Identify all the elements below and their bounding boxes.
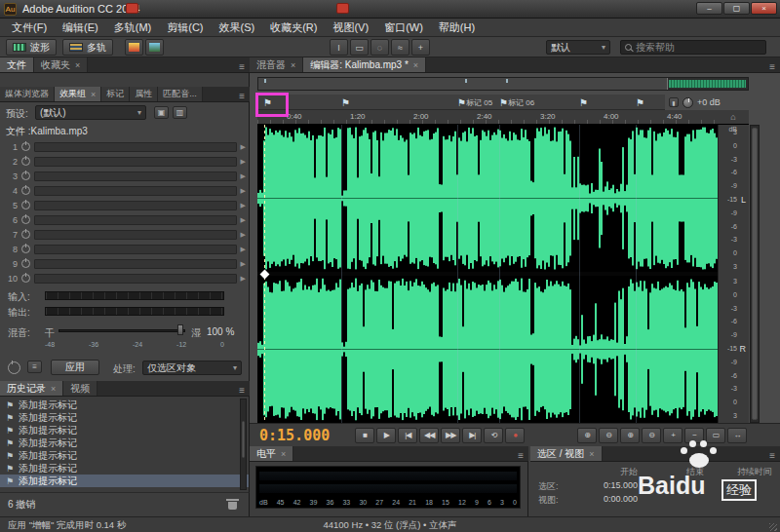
paintbrush-selection-tool[interactable]: ≈ xyxy=(391,39,410,56)
marker-flag[interactable]: ⚑ xyxy=(579,97,588,108)
panel-menu-icon[interactable]: ≡ xyxy=(764,61,780,72)
power-icon[interactable] xyxy=(21,142,30,151)
lasso-selection-tool[interactable]: ◌ xyxy=(370,39,389,56)
history-entry[interactable]: ⚑添加提示标记 xyxy=(0,411,249,424)
play-button[interactable]: ▶ xyxy=(376,428,396,443)
effects-rack-slot[interactable]: 3▶ xyxy=(0,169,250,183)
tab-selection-view[interactable]: 选区 / 视图× xyxy=(530,446,603,461)
power-icon[interactable] xyxy=(21,171,30,180)
stop-button[interactable]: ■ xyxy=(355,428,374,443)
hud-meter-icon[interactable]: ▮ xyxy=(669,97,679,107)
overview-navigator[interactable] xyxy=(257,77,749,91)
slot-field[interactable] xyxy=(34,245,237,254)
history-entry[interactable]: ⚑添加提示标记 xyxy=(0,437,249,449)
resize-grip[interactable] xyxy=(769,523,777,531)
close-button[interactable]: × xyxy=(751,2,777,15)
menu-item-4[interactable]: 剪辑(C) xyxy=(159,19,211,36)
marker-flag[interactable]: ⚑ xyxy=(499,97,508,108)
trash-icon[interactable] xyxy=(226,499,239,511)
close-icon[interactable]: × xyxy=(51,384,56,394)
menu-item-6[interactable]: 收藏夹(R) xyxy=(262,19,325,36)
chevron-right-icon[interactable]: ▶ xyxy=(241,158,246,166)
tab-video[interactable]: 视频 xyxy=(63,381,98,396)
slot-field[interactable] xyxy=(34,142,237,152)
panel-menu-icon[interactable]: ≡ xyxy=(513,450,528,461)
skip-to-start-button[interactable]: |◀ xyxy=(398,428,417,443)
history-entry[interactable]: ⚑添加提示标记 xyxy=(0,399,249,411)
close-icon[interactable]: × xyxy=(291,60,295,70)
tab-mixer[interactable]: 混音器× xyxy=(250,57,303,72)
marker-lane[interactable]: ⚑ ⚑ ⚑ 标记 05 ⚑ 标记 06 ⚑ ⚑ xyxy=(257,95,718,110)
close-icon[interactable]: × xyxy=(589,449,594,459)
search-box[interactable] xyxy=(620,40,766,55)
tab-markers[interactable]: 标记 xyxy=(101,87,130,101)
mix-slider[interactable] xyxy=(58,323,185,337)
effects-rack-slot[interactable]: 1▶ xyxy=(0,139,250,154)
power-icon[interactable] xyxy=(21,259,30,268)
chevron-right-icon[interactable]: ▶ xyxy=(241,202,246,209)
effects-rack-slot[interactable]: 4▶ xyxy=(0,183,250,198)
tab-effects-rack[interactable]: 效果组× xyxy=(55,87,101,101)
tab-match-loudness[interactable]: 匹配音... xyxy=(158,87,203,101)
minimize-button[interactable]: – xyxy=(696,2,722,15)
history-entry[interactable]: ⚑添加提示标记 xyxy=(0,449,249,462)
marquee-selection-tool[interactable]: ▭ xyxy=(350,39,369,56)
power-icon[interactable] xyxy=(21,215,30,224)
slot-field[interactable] xyxy=(34,171,237,181)
effects-rack-slot[interactable]: 5▶ xyxy=(0,198,250,212)
spot-healing-tool[interactable]: + xyxy=(411,39,430,56)
power-icon[interactable] xyxy=(21,157,30,166)
view-range-indicator[interactable] xyxy=(258,78,668,90)
show-spectrum-button[interactable] xyxy=(125,39,143,56)
power-icon[interactable] xyxy=(21,245,30,253)
slot-field[interactable] xyxy=(34,157,237,167)
skip-to-end-button[interactable]: ▶| xyxy=(462,428,482,443)
history-entry[interactable]: ⚑添加提示标记 xyxy=(0,475,249,487)
zoom-in-button[interactable]: ⊕ xyxy=(577,428,597,443)
close-icon[interactable]: × xyxy=(91,90,96,99)
slot-field[interactable] xyxy=(34,201,237,210)
slot-field[interactable] xyxy=(34,215,237,225)
tab-media-browser[interactable]: 媒体浏览器 xyxy=(0,87,55,101)
history-entry[interactable]: ⚑添加提示标记 xyxy=(0,462,249,475)
menu-item-1[interactable]: 文件(F) xyxy=(4,19,55,36)
gain-knob[interactable] xyxy=(682,97,693,108)
chevron-right-icon[interactable]: ▶ xyxy=(241,187,246,195)
history-entry[interactable]: ⚑添加提示标记 xyxy=(0,424,249,437)
marker-flag[interactable]: ⚑ xyxy=(636,97,644,108)
panel-menu-icon[interactable]: ≡ xyxy=(234,385,250,396)
apply-button[interactable]: 应用 xyxy=(51,360,99,375)
search-input[interactable] xyxy=(636,42,751,53)
rack-settings-icon[interactable]: ≡ xyxy=(27,361,42,373)
title-bar[interactable]: Au Adobe Audition CC 2014 – ▢ × xyxy=(0,0,780,19)
menu-item-8[interactable]: 窗口(W) xyxy=(376,19,431,36)
effects-rack-slot[interactable]: 7▶ xyxy=(0,227,250,242)
rack-power-icon[interactable] xyxy=(8,361,20,374)
loop-playback-button[interactable]: ⟲ xyxy=(484,428,503,443)
slot-field[interactable] xyxy=(34,230,237,240)
menu-item-7[interactable]: 视图(V) xyxy=(325,19,376,36)
marker-flag[interactable]: ⚑ xyxy=(457,97,466,108)
power-icon[interactable] xyxy=(21,186,30,195)
effects-rack-slot[interactable]: 10▶ xyxy=(0,271,250,285)
rewind-button[interactable]: ◀◀ xyxy=(419,428,439,443)
save-preset-icon[interactable]: ▣ xyxy=(154,106,169,119)
chevron-right-icon[interactable]: ▶ xyxy=(241,143,246,151)
chevron-right-icon[interactable]: ▶ xyxy=(241,216,246,224)
tab-favorites[interactable]: 收藏夹× xyxy=(34,57,88,72)
preset-dropdown[interactable]: (默认) ▾ xyxy=(35,105,146,120)
chevron-right-icon[interactable]: ▶ xyxy=(241,172,246,180)
effects-rack-slot[interactable]: 6▶ xyxy=(0,212,250,227)
close-icon[interactable]: × xyxy=(75,60,80,70)
fast-forward-button[interactable]: ▶▶ xyxy=(441,428,460,443)
waveform-view-button[interactable]: 波形 xyxy=(6,39,57,56)
mix-slider-thumb[interactable] xyxy=(177,324,183,335)
menu-item-2[interactable]: 编辑(E) xyxy=(55,19,106,36)
slot-field[interactable] xyxy=(34,259,237,269)
marker-flag[interactable]: ⚑ xyxy=(341,97,350,108)
effects-rack-slot[interactable]: 8▶ xyxy=(0,242,250,256)
panel-menu-icon[interactable]: ≡ xyxy=(234,91,250,101)
show-pitch-button[interactable] xyxy=(145,39,164,56)
menu-item-3[interactable]: 多轨(M) xyxy=(106,19,160,36)
time-selection-tool[interactable]: I xyxy=(330,39,348,56)
